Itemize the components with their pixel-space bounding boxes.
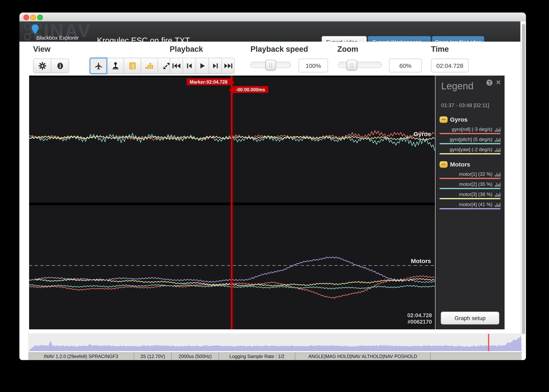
status-cell: Logging Sample Rate : 1/2 [219,353,295,360]
collapse-group-icon[interactable] [439,161,448,168]
legend-group-motors: Motorsmotor[1] (32 %)motor[2] (35 %)moto… [439,161,500,209]
close-window-button[interactable] [23,14,29,20]
app-window: INAV Blackbox Explorer Krogulec ESC on f… [19,13,526,360]
step-back-button[interactable] [183,58,196,74]
settings-button[interactable] [33,59,51,73]
status-cell: INAV 1.2.0 (29eefe8) SPRACINGF3 [28,353,134,360]
legend-field-label: gyro[roll] (-3 deg/s) [452,126,493,132]
field-color-bar [439,188,500,189]
fullscreen-window-button[interactable] [37,14,43,20]
table-icon [128,62,136,70]
field-color-bar [439,198,500,199]
zoom-input[interactable] [389,59,422,72]
legend-field-row[interactable]: gyro[yaw] (-2 deg/s) [439,146,500,154]
field-color-bar [439,143,500,144]
marker-time-flag: Marker:02:04.728 [187,78,231,85]
status-cell: 3S (12.70V) [134,353,172,360]
sticks-view-button[interactable] [107,58,124,74]
minimize-window-button[interactable] [30,14,36,20]
field-settings-icon[interactable] [495,147,500,152]
craft-view-button[interactable] [90,58,107,74]
step-forward-icon [212,63,218,69]
log-time-range: 01:37 - 03:48 [02:11] [441,102,489,108]
legend-field-row[interactable]: motor[2] (35 %) [439,181,500,189]
play-button[interactable] [195,58,209,74]
status-cell: ANGLE|MAG HOLD|NAV ALTHOLD|NAV POSHOLD [295,353,431,360]
field-color-bar [439,178,500,179]
joystick-icon [111,62,119,70]
zoom-slider-handle[interactable] [347,60,357,70]
step-forward-button[interactable] [208,58,222,74]
legend-group-name: Motors [450,161,470,168]
zoom-slider[interactable] [338,62,382,68]
raw-values-button[interactable] [141,58,158,74]
field-settings-icon[interactable] [495,192,500,197]
gear-icon [38,62,46,70]
status-cell-text: ANGLE|MAG HOLD|NAV ALTHOLD|NAV POSHOLD [308,354,417,359]
legend-field-label: gyro[pitch] (5 deg/s) [450,136,493,142]
legend-title: Legend [441,80,473,92]
legend-field-row[interactable]: gyro[roll] (-3 deg/s) [439,126,500,134]
playback-speed-slider-handle[interactable] [265,60,276,70]
legend-field-label: motor[3] (38 %) [459,191,493,197]
view-toggle-group [90,58,175,74]
scrollbar-thumb[interactable] [522,24,525,334]
macos-titlebar[interactable] [19,13,526,22]
log-table-button[interactable] [124,58,141,74]
field-settings-icon[interactable] [495,137,500,142]
field-color-bar [439,208,500,209]
log-info-button[interactable] [51,59,69,73]
playback-heading: Playback [170,45,203,54]
status-cell-text: 3S (12.70V) [140,354,165,359]
view-settings-group [33,59,69,73]
legend-field-label: motor[1] (32 %) [459,171,493,177]
legend-groups: Gyrosgyro[roll] (-3 deg/s)gyro[pitch] (5… [439,114,500,216]
legend-field-row[interactable]: motor[1] (32 %) [439,171,500,179]
playback-speed-input[interactable] [299,59,328,72]
jump-end-icon [224,63,232,69]
close-icon[interactable]: ✕ [496,79,501,86]
screenshot-stage: INAV Blackbox Explorer Krogulec ESC on f… [0,0,549,392]
toolbar: View Playback Playback speed Zoom Time [19,42,520,76]
legend-field-row[interactable]: gyro[pitch] (5 deg/s) [439,136,500,144]
time-input[interactable] [431,59,469,72]
log-seek-bar[interactable] [28,333,521,351]
legend-group-name: Gyros [450,116,468,123]
expand-arrows-icon [162,62,170,70]
legend-panel: Legend ? ✕ 01:37 - 03:48 [02:11] Gyrosgy… [436,76,505,329]
playback-speed-heading: Playback speed [250,45,308,54]
field-settings-icon[interactable] [495,202,500,207]
time-heading: Time [431,45,449,54]
current-frame: #0062170 [407,319,432,325]
jump-to-start-button[interactable] [170,58,183,74]
collapse-group-icon[interactable] [439,116,448,123]
airplane-icon [94,62,102,70]
graph-setup-button[interactable]: Graph setup [441,312,499,324]
step-back-icon [186,63,193,69]
play-icon [199,63,205,69]
log-graph-canvas[interactable]: Marker:02:04.728 -00:00.000ms Gyros Moto… [29,76,435,329]
field-settings-icon[interactable] [495,182,500,187]
legend-group-gyros: Gyrosgyro[roll] (-3 deg/s)gyro[pitch] (5… [439,116,500,154]
app-subtitle: Blackbox Explorer [36,35,79,41]
field-color-bar [439,133,500,134]
status-bar: INAV 1.2.0 (29eefe8) SPRACINGF33S (12.70… [28,352,521,360]
playback-speed-slider[interactable] [250,62,291,68]
view-heading: View [33,45,50,54]
playback-transport-group [170,58,235,74]
seek-waveform [28,333,521,351]
legend-field-label: motor[4] (41 %) [459,202,493,207]
map-pin-icon [31,24,40,36]
status-cell-text: INAV 1.2.0 (29eefe8) SPRACINGF3 [44,354,118,359]
help-icon[interactable]: ? [486,80,493,86]
marker-delta-flag: -00:00.000ms [233,86,268,93]
window-scrollbar[interactable] [520,21,526,352]
jump-to-end-button[interactable] [221,58,235,74]
field-settings-icon[interactable] [495,127,500,132]
status-cell: 2000us (500Hz) [172,353,219,360]
legend-field-row[interactable]: motor[3] (38 %) [439,191,500,199]
info-icon [56,62,64,70]
playhead-marker-line[interactable] [231,76,232,329]
field-settings-icon[interactable] [495,172,500,176]
legend-field-row[interactable]: motor[4] (41 %) [439,201,500,209]
